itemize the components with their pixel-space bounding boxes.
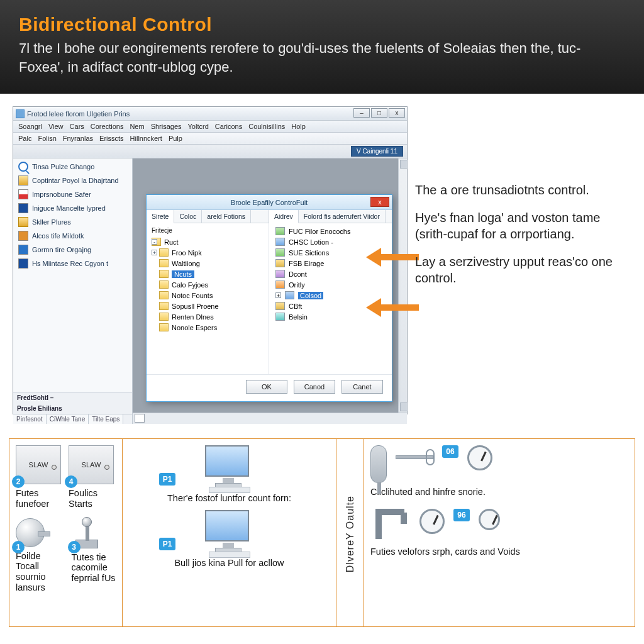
cancel-button[interactable]: Canod (294, 380, 335, 394)
caption-d: Tutes tie cacomile feprrial fUs (72, 552, 116, 584)
folder-icon (159, 291, 169, 299)
sidebar-item[interactable]: Alcos tife Mildotk (13, 229, 132, 243)
menu-item[interactable]: CiWhle Tane (47, 414, 89, 424)
menu-item[interactable]: Shrisages (151, 123, 182, 130)
menu-item[interactable]: Cars (70, 123, 84, 130)
list-item[interactable]: Oritly (273, 279, 389, 290)
category-button[interactable]: V Caingenli 11 (351, 146, 403, 157)
hero-banner: Bidirectional Control 7l the I bohe our … (0, 0, 644, 94)
sidebar-group-b: Prosle Ehilians (13, 403, 132, 414)
close-button[interactable]: x (389, 108, 405, 118)
menu-item[interactable]: Folisn (38, 135, 56, 142)
list-item[interactable]: CHSC Lotion - (273, 236, 389, 247)
sidebar-bottom-tabs[interactable]: PinfesnotCiWhle TaneTilte Eaps (13, 414, 132, 424)
sidebar-item[interactable]: Gormn tire Orgajng (13, 243, 132, 257)
folder-icon (159, 313, 169, 321)
list-item-icon (275, 259, 285, 267)
host-menubar-2[interactable]: PalcFolisnFnyranlasErissctsHillnnckertPu… (13, 133, 407, 145)
dialog-tab[interactable]: Aidrev (269, 210, 299, 223)
dialog-tab[interactable]: Folord fis aderrufert Viidor (299, 210, 386, 223)
list-item[interactable]: Dcont (273, 269, 389, 279)
list-item-label: FUC Filor Enocochs (289, 228, 350, 235)
menu-item[interactable]: Coulnisillins (248, 123, 285, 130)
dialog-tree-pane: Fritecje -Ruct+Froo NipkWaltiiongNcutsCa… (147, 223, 269, 374)
tree-node[interactable]: Sopusll Proene (150, 301, 266, 311)
sidebar-item[interactable]: Coptintar Poyol la Dhajrtand (13, 174, 132, 187)
sidebar-item[interactable]: Iniguce Mancelte Iypred (13, 201, 132, 215)
tree-node[interactable]: Notoc Founts (150, 290, 266, 301)
menu-item[interactable]: Holp (291, 123, 306, 130)
scrollbar[interactable] (398, 158, 407, 413)
menu-item[interactable]: Hillnnckert (130, 135, 162, 142)
menu-item[interactable]: Fnyranlas (63, 135, 93, 142)
host-titlebar[interactable]: Frotod lelee florom Ulgetien Prins – □ x (13, 107, 407, 121)
menu-item[interactable]: Yoltcrd (188, 123, 209, 130)
minimize-button[interactable]: – (353, 108, 370, 118)
menu-item[interactable]: Caricons (215, 123, 242, 130)
tree-node[interactable]: Renten Dlnes (150, 311, 266, 322)
callout-2: Hye's fnan loga' and voston tame (srith-… (415, 209, 629, 242)
badge-1: 1 (12, 541, 25, 553)
host-menubar[interactable]: SoangrlViewCarsCorectionsNemShrisagesYol… (13, 121, 407, 133)
folder-icon (159, 259, 169, 267)
sidebar-item[interactable]: Hs Miintase Rec Cgyon t (13, 257, 132, 270)
sidebar-item[interactable]: Tinsa Pulze Ghango (13, 160, 132, 174)
expander-icon[interactable]: + (152, 250, 157, 255)
expander-icon[interactable]: - (152, 239, 157, 245)
list-item-label: FSB Eirage (289, 260, 324, 267)
dialog-tab[interactable]: Sirete (147, 210, 174, 223)
grid-cell-4: 06 Cliclihuted and hinfre snorie. 96 Fut… (364, 439, 635, 626)
sidebar-item-icon (18, 258, 28, 269)
sidebar-list: Tinsa Pulze GhangoCoptintar Poyol la Dha… (13, 158, 132, 392)
dialog-close-button[interactable]: x (370, 197, 389, 207)
menu-item[interactable]: Pinfesnot (13, 414, 47, 424)
caption-m1: Ther'e fostof luntfor count forn: (129, 493, 330, 504)
menu-item[interactable]: Pulp (169, 135, 182, 142)
list-item-icon (285, 291, 294, 299)
caption-r1: Cliclihuted and hinfre snorie. (370, 487, 628, 497)
tree-label: Waltiiong (172, 260, 200, 267)
sidebar-item[interactable]: Skller Plures (13, 215, 132, 229)
canet-button[interactable]: Canet (341, 380, 383, 394)
maximize-button[interactable]: □ (371, 108, 387, 118)
menu-item[interactable]: Tilte Eaps (89, 414, 123, 424)
tree-node[interactable]: Calo Fyjoes (150, 279, 266, 290)
menu-item[interactable]: Soangrl (18, 123, 42, 130)
list-item-label: SUE Sictions (289, 249, 329, 257)
menu-item[interactable]: Erisscts (99, 135, 124, 142)
folder-tree[interactable]: -Ruct+Froo NipkWaltiiongNcutsCalo Fyjoes… (150, 236, 266, 333)
list-item-label: Colsod (298, 292, 323, 299)
sidebar-item-icon (18, 203, 28, 213)
tree-node[interactable]: Nonole Espers (150, 322, 266, 333)
dialog-right-tabs[interactable]: AidrevFolord fis aderrufert Viidor (269, 210, 392, 223)
menu-item[interactable]: Nem (130, 123, 144, 130)
list-item-icon (275, 280, 285, 289)
badge-96: 96 (453, 509, 470, 521)
dialog-titlebar[interactable]: Broole Epafily ControFuit x (147, 195, 392, 210)
menu-item[interactable]: Corections (91, 123, 124, 130)
sidebar-item[interactable]: Imprsnobune Safer (13, 187, 132, 201)
dialog-tab[interactable]: Coloc (174, 210, 202, 223)
control-dialog: Broole Epafily ControFuit x SireteColoca… (146, 194, 392, 402)
hero-title: Bidirectional Control (19, 14, 625, 35)
dialog-tab[interactable]: areld Fotions (202, 210, 251, 223)
caption-r2: Futies velofors srph, cards and Voids (370, 547, 628, 557)
host-sidebar: Tinsa Pulze GhangoCoptintar Poyol la Dha… (13, 158, 133, 424)
tree-node[interactable]: -Ruct (150, 236, 266, 247)
folder-icon (159, 270, 169, 278)
tree-node[interactable]: Ncuts (150, 269, 266, 279)
hero-body: 7l the I bohe our eongirements rerofere … (19, 39, 625, 76)
tree-node[interactable]: +Froo Nipk (150, 247, 266, 258)
menu-item[interactable]: Palc (18, 135, 31, 142)
dialog-left-tabs[interactable]: SireteColocareld Fotions (147, 210, 269, 223)
host-toolbar: V Caingenli 11 (13, 145, 407, 158)
expander-icon[interactable]: + (275, 292, 281, 298)
ok-button[interactable]: OK (246, 380, 287, 394)
tree-label: Ruct (164, 238, 179, 246)
sidebar-item-label: Iniguce Mancelte Iypred (32, 204, 106, 212)
grid-cell-3: DlvereY Oaulte (336, 439, 364, 626)
list-item-label: CBft (289, 303, 302, 310)
menu-item[interactable]: View (48, 123, 64, 130)
list-item[interactable]: FUC Filor Enocochs (273, 226, 389, 236)
tree-node[interactable]: Waltiiong (150, 258, 266, 269)
